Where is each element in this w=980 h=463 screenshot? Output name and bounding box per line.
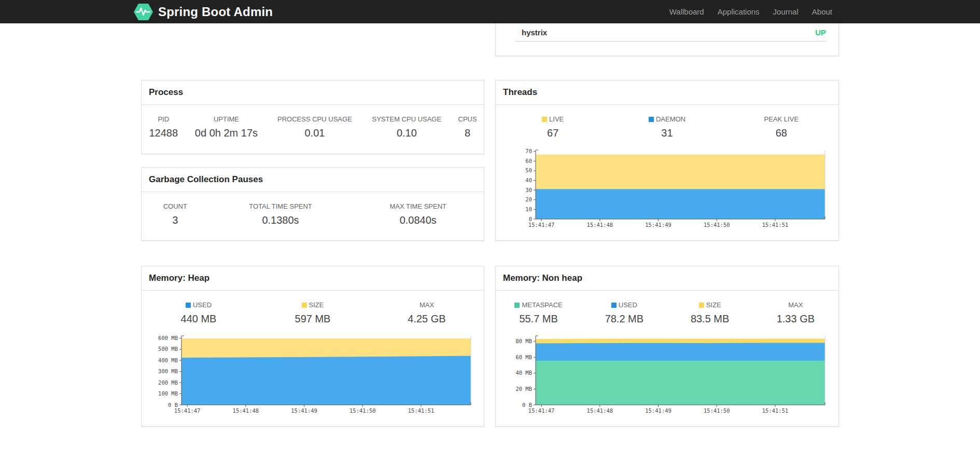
process-stats-table: PID UPTIME PROCESS CPU USAGE SYSTEM CPU … bbox=[142, 108, 484, 140]
stat-value: 67 bbox=[496, 123, 610, 140]
legend-label: LIVE bbox=[496, 108, 610, 123]
legend-label: METASPACE bbox=[496, 294, 581, 309]
svg-text:200 MB: 200 MB bbox=[158, 379, 178, 386]
svg-text:80 MB: 80 MB bbox=[515, 338, 532, 344]
svg-text:15:41:47: 15:41:47 bbox=[528, 222, 555, 228]
stat-label: PID bbox=[142, 108, 186, 123]
stat-value: 8 bbox=[451, 123, 484, 140]
brand-title: Spring Boot Admin bbox=[158, 5, 273, 19]
nav-item-journal[interactable]: Journal bbox=[766, 0, 805, 23]
legend-label: MAX bbox=[753, 294, 838, 309]
health-status-badge: UP bbox=[815, 28, 826, 37]
memory-heap-card-title: Memory: Heap bbox=[142, 266, 484, 291]
memory-nonheap-legend: METASPACE USED SIZE MAX 55.7 MB 78.2 MB … bbox=[496, 294, 838, 326]
health-row-divider bbox=[515, 41, 826, 42]
threads-legend: LIVE DAEMON PEAK LIVE 67 31 68 bbox=[496, 108, 838, 140]
svg-text:50: 50 bbox=[525, 167, 532, 173]
stat-label: UPTIME bbox=[186, 108, 268, 123]
svg-text:15:41:50: 15:41:50 bbox=[704, 407, 730, 414]
stat-value: 597 MB bbox=[256, 309, 370, 326]
stat-label: COUNT bbox=[142, 195, 209, 210]
stat-value: 31 bbox=[610, 123, 724, 140]
stat-value: 440 MB bbox=[142, 309, 256, 326]
legend-label: PEAK LIVE bbox=[724, 108, 838, 123]
process-card-title: Process bbox=[142, 80, 484, 105]
svg-text:70: 70 bbox=[525, 148, 532, 154]
threads-card: Threads LIVE DAEMON PEAK LIVE 67 31 68 0… bbox=[495, 80, 839, 241]
svg-text:15:41:47: 15:41:47 bbox=[528, 407, 555, 414]
svg-text:15:41:51: 15:41:51 bbox=[408, 407, 435, 414]
stat-label: CPUS bbox=[451, 108, 484, 123]
threads-card-title: Threads bbox=[496, 80, 838, 105]
stat-value: 4.25 GB bbox=[370, 309, 484, 326]
svg-text:15:41:49: 15:41:49 bbox=[291, 407, 317, 414]
live-swatch-icon bbox=[542, 117, 547, 122]
health-item-name: hystrix bbox=[522, 28, 547, 37]
svg-text:15:41:48: 15:41:48 bbox=[587, 222, 613, 228]
stat-value: 0.10 bbox=[362, 123, 451, 140]
content: Process PID UPTIME PROCESS CPU USAGE SYS… bbox=[141, 23, 839, 427]
stat-value: 1.33 GB bbox=[753, 309, 838, 326]
stat-value: 3 bbox=[142, 210, 209, 227]
svg-text:0 B: 0 B bbox=[522, 402, 532, 408]
svg-text:0: 0 bbox=[529, 216, 532, 222]
stat-value: 12488 bbox=[142, 123, 186, 140]
svg-text:15:41:48: 15:41:48 bbox=[587, 407, 613, 414]
stat-label: TOTAL TIME SPENT bbox=[209, 195, 353, 210]
svg-text:15:41:50: 15:41:50 bbox=[704, 222, 730, 228]
health-card-partial: hystrix UP bbox=[495, 23, 839, 56]
memory-heap-card: Memory: Heap USED SIZE MAX 440 MB 597 MB… bbox=[141, 266, 484, 427]
navbar: Spring Boot Admin Wallboard Applications… bbox=[0, 0, 980, 23]
memory-nonheap-card: Memory: Non heap METASPACE USED SIZE MAX… bbox=[495, 266, 839, 427]
stat-value: 0.1380s bbox=[209, 210, 353, 227]
nav-item-about[interactable]: About bbox=[805, 0, 839, 23]
legend-label: USED bbox=[581, 294, 667, 309]
svg-text:20: 20 bbox=[525, 196, 532, 202]
right-column: hystrix UP Threads LIVE DAEMON PEAK LIVE… bbox=[495, 23, 839, 427]
daemon-swatch-icon bbox=[649, 117, 654, 122]
svg-text:0 B: 0 B bbox=[168, 402, 178, 408]
svg-text:15:41:51: 15:41:51 bbox=[762, 407, 789, 414]
svg-text:15:41:48: 15:41:48 bbox=[233, 407, 259, 414]
nav-item-wallboard[interactable]: Wallboard bbox=[663, 0, 711, 23]
stat-label: MAX TIME SPENT bbox=[353, 195, 484, 210]
size-swatch-icon bbox=[699, 303, 704, 308]
stat-value: 0.01 bbox=[267, 123, 362, 140]
svg-text:40 MB: 40 MB bbox=[515, 370, 532, 376]
legend-label: MAX bbox=[370, 294, 484, 309]
gc-card-title: Garbage Collection Pauses bbox=[142, 168, 484, 192]
svg-text:60: 60 bbox=[525, 158, 532, 164]
svg-text:100 MB: 100 MB bbox=[158, 390, 178, 397]
health-row-hystrix: hystrix UP bbox=[496, 23, 838, 37]
stat-value: 83.5 MB bbox=[667, 309, 753, 326]
nav-links: Wallboard Applications Journal About bbox=[663, 0, 839, 23]
svg-text:15:41:49: 15:41:49 bbox=[645, 222, 671, 228]
brand[interactable]: Spring Boot Admin bbox=[134, 3, 273, 21]
svg-text:10: 10 bbox=[525, 206, 532, 212]
svg-text:15:41:51: 15:41:51 bbox=[762, 222, 789, 228]
svg-text:60 MB: 60 MB bbox=[515, 354, 532, 360]
threads-chart: 01020304050607015:41:4715:41:4815:41:491… bbox=[502, 145, 833, 230]
used-swatch-icon bbox=[611, 303, 617, 308]
svg-text:500 MB: 500 MB bbox=[158, 346, 178, 352]
stat-label: SYSTEM CPU USAGE bbox=[362, 108, 451, 123]
legend-label: DAEMON bbox=[610, 108, 724, 123]
nav-item-applications[interactable]: Applications bbox=[711, 0, 766, 23]
svg-text:30: 30 bbox=[525, 187, 532, 193]
size-swatch-icon bbox=[302, 303, 307, 308]
svg-text:15:41:50: 15:41:50 bbox=[349, 407, 376, 414]
used-swatch-icon bbox=[186, 303, 191, 308]
svg-text:15:41:47: 15:41:47 bbox=[174, 407, 201, 414]
legend-label: SIZE bbox=[256, 294, 370, 309]
memory-nonheap-card-title: Memory: Non heap bbox=[496, 266, 838, 291]
stat-value: 55.7 MB bbox=[496, 309, 581, 326]
stat-value: 0.0840s bbox=[353, 210, 484, 227]
svg-text:300 MB: 300 MB bbox=[158, 368, 178, 374]
svg-text:400 MB: 400 MB bbox=[158, 357, 178, 363]
stat-value: 0d 0h 2m 17s bbox=[186, 123, 268, 140]
stat-value: 78.2 MB bbox=[581, 309, 667, 326]
memory-heap-legend: USED SIZE MAX 440 MB 597 MB 4.25 GB bbox=[142, 294, 484, 326]
svg-text:40: 40 bbox=[525, 177, 532, 183]
memory-nonheap-chart: 0 B20 MB40 MB60 MB80 MB15:41:4715:41:481… bbox=[502, 331, 833, 416]
legend-label: USED bbox=[142, 294, 256, 309]
